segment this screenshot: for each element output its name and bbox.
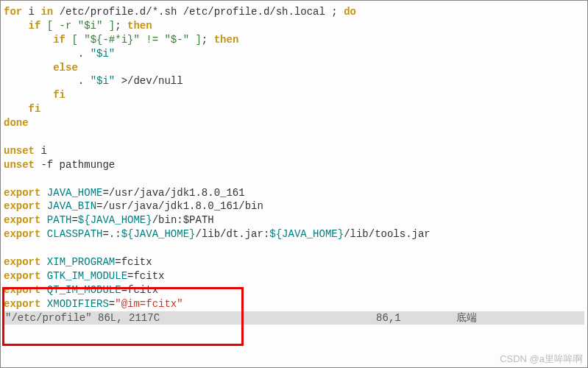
status-position: 86,1 [376,312,401,324]
kw-done: done [4,117,29,129]
code-line: export XMODIFIERS="@im=fcitx" [4,297,584,311]
code-line: export XIM_PROGRAM=fcitx [4,255,584,269]
kw-fi: fi [4,103,40,115]
code-line: for i in /etc/profile.d/*.sh /etc/profil… [4,5,584,19]
code-line: export GTK_IM_MODULE=fcitx [4,269,584,283]
kw-if: if [4,20,47,32]
kw-if: if [4,34,71,46]
kw-then: then [127,20,152,32]
code-line: done [4,116,584,130]
kw-for: for [4,6,22,18]
kw-unset: unset [4,159,35,171]
code-line [4,241,584,255]
code-line: fi [4,102,584,116]
kw-do: do [344,6,356,18]
code-line: if [ -r "$i" ]; then [4,19,584,33]
kw-in: in [40,6,53,18]
kw-export: export [4,200,40,212]
code-line: export CLASSPATH=.:${JAVA_HOME}/lib/dt.j… [4,227,584,241]
code-line: export JAVA_HOME=/usr/java/jdk1.8.0_161 [4,186,584,200]
kw-export: export [4,187,40,199]
code-line: . "$i" [4,47,584,61]
kw-export: export [4,256,40,268]
code-line: export JAVA_BIN=/usr/java/jdk1.8.0_161/b… [4,199,584,213]
kw-export: export [4,298,40,310]
code-line: . "$i" >/dev/null [4,74,584,88]
code-line: export QT_IM_MODULE=fcitx [4,283,584,297]
code-line [4,130,584,144]
status-bar: "/etc/profile" 86L, 2117C 86,1 底端 [4,311,584,325]
status-mode: 底端 [456,312,477,324]
kw-export: export [4,270,40,282]
kw-fi: fi [4,89,65,101]
kw-export: export [4,228,40,240]
code-line: else [4,61,584,75]
watermark: CSDN @a里哞哞啊 [500,353,583,366]
code-line: if [ "${-#*i}" != "$-" ]; then [4,33,584,47]
code-line [4,172,584,186]
code-line: export PATH=${JAVA_HOME}/bin:$PATH [4,213,584,227]
code-line: unset i [4,144,584,158]
code-editor[interactable]: for i in /etc/profile.d/*.sh /etc/profil… [4,5,584,311]
kw-unset: unset [4,145,35,157]
status-file: "/etc/profile" 86L, 2117C [5,312,160,324]
code-line: fi [4,88,584,102]
kw-export: export [4,214,40,226]
kw-else: else [4,62,78,74]
code-line: unset -f pathmunge [4,158,584,172]
kw-export: export [4,284,40,296]
kw-then: then [214,34,239,46]
